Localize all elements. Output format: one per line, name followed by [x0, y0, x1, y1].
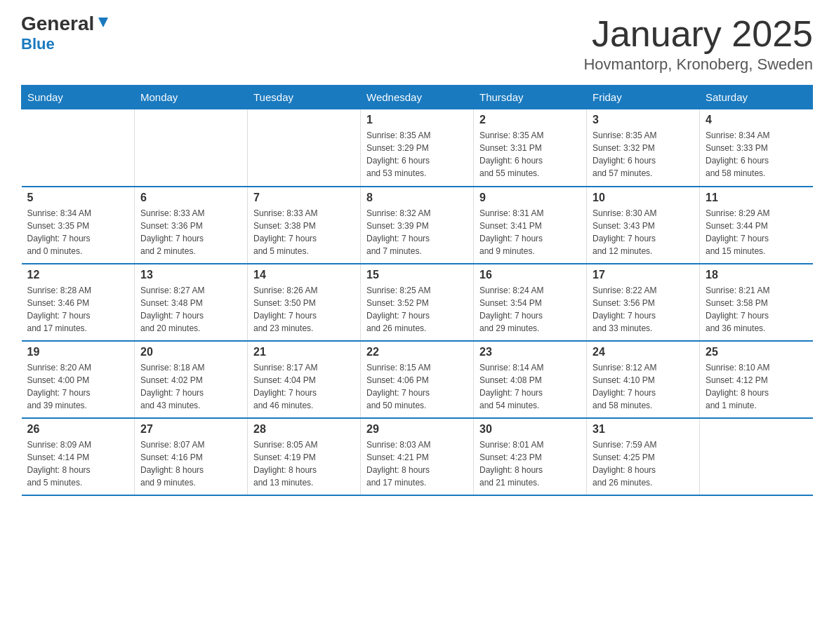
calendar-cell: 26Sunrise: 8:09 AM Sunset: 4:14 PM Dayli… — [22, 418, 135, 495]
calendar-cell: 8Sunrise: 8:32 AM Sunset: 3:39 PM Daylig… — [361, 187, 474, 264]
day-number: 23 — [479, 346, 581, 358]
day-number: 5 — [27, 192, 129, 204]
location: Hovmantorp, Kronoberg, Sweden — [583, 55, 813, 74]
day-info: Sunrise: 8:32 AM Sunset: 3:39 PM Dayligh… — [366, 207, 468, 257]
day-number: 27 — [140, 423, 241, 436]
day-number: 31 — [593, 423, 694, 436]
column-header-monday: Monday — [135, 86, 248, 109]
day-info: Sunrise: 8:15 AM Sunset: 4:06 PM Dayligh… — [366, 361, 468, 412]
calendar-cell — [22, 109, 135, 187]
day-info: Sunrise: 8:29 AM Sunset: 3:44 PM Dayligh… — [706, 207, 807, 257]
day-info: Sunrise: 8:35 AM Sunset: 3:29 PM Dayligh… — [366, 129, 468, 180]
calendar-cell: 4Sunrise: 8:34 AM Sunset: 3:33 PM Daylig… — [700, 109, 813, 187]
day-number: 29 — [366, 423, 468, 436]
day-number: 26 — [27, 423, 129, 436]
day-number: 12 — [27, 269, 129, 281]
calendar-cell: 17Sunrise: 8:22 AM Sunset: 3:56 PM Dayli… — [587, 264, 700, 341]
day-info: Sunrise: 8:25 AM Sunset: 3:52 PM Dayligh… — [366, 284, 468, 335]
logo: General Blue — [21, 14, 111, 53]
calendar-cell: 27Sunrise: 8:07 AM Sunset: 4:16 PM Dayli… — [135, 418, 248, 495]
calendar-cell — [700, 418, 813, 495]
day-info: Sunrise: 8:34 AM Sunset: 3:35 PM Dayligh… — [27, 207, 129, 257]
day-number: 17 — [593, 269, 694, 281]
day-number: 1 — [366, 114, 468, 126]
day-info: Sunrise: 8:26 AM Sunset: 3:50 PM Dayligh… — [253, 284, 355, 335]
day-info: Sunrise: 8:28 AM Sunset: 3:46 PM Dayligh… — [27, 284, 129, 335]
calendar-week-row: 19Sunrise: 8:20 AM Sunset: 4:00 PM Dayli… — [22, 341, 813, 418]
calendar-cell: 13Sunrise: 8:27 AM Sunset: 3:48 PM Dayli… — [135, 264, 248, 341]
day-number: 14 — [253, 269, 355, 281]
day-info: Sunrise: 8:27 AM Sunset: 3:48 PM Dayligh… — [140, 284, 241, 335]
calendar-cell: 31Sunrise: 7:59 AM Sunset: 4:25 PM Dayli… — [587, 418, 700, 495]
calendar-cell: 6Sunrise: 8:33 AM Sunset: 3:36 PM Daylig… — [135, 187, 248, 264]
day-number: 19 — [27, 346, 129, 358]
day-number: 25 — [706, 346, 807, 358]
logo-blue: Blue — [21, 35, 55, 53]
day-number: 3 — [593, 114, 694, 126]
day-number: 6 — [140, 192, 241, 204]
calendar-header-row: SundayMondayTuesdayWednesdayThursdayFrid… — [22, 86, 813, 109]
day-info: Sunrise: 8:35 AM Sunset: 3:32 PM Dayligh… — [593, 129, 694, 180]
day-info: Sunrise: 8:09 AM Sunset: 4:14 PM Dayligh… — [27, 438, 129, 489]
calendar-cell: 29Sunrise: 8:03 AM Sunset: 4:21 PM Dayli… — [361, 418, 474, 495]
calendar-week-row: 12Sunrise: 8:28 AM Sunset: 3:46 PM Dayli… — [22, 264, 813, 341]
calendar-cell: 20Sunrise: 8:18 AM Sunset: 4:02 PM Dayli… — [135, 341, 248, 418]
day-info: Sunrise: 8:14 AM Sunset: 4:08 PM Dayligh… — [479, 361, 581, 412]
day-number: 10 — [593, 192, 694, 204]
calendar-cell: 10Sunrise: 8:30 AM Sunset: 3:43 PM Dayli… — [587, 187, 700, 264]
calendar-cell: 14Sunrise: 8:26 AM Sunset: 3:50 PM Dayli… — [248, 264, 361, 341]
calendar-table: SundayMondayTuesdayWednesdayThursdayFrid… — [21, 85, 813, 496]
day-number: 21 — [253, 346, 355, 358]
day-number: 4 — [706, 114, 807, 126]
calendar-cell: 3Sunrise: 8:35 AM Sunset: 3:32 PM Daylig… — [587, 109, 700, 187]
logo-triangle-icon — [95, 15, 111, 30]
day-number: 22 — [366, 346, 468, 358]
day-number: 8 — [366, 192, 468, 204]
calendar-cell — [248, 109, 361, 187]
calendar-cell: 5Sunrise: 8:34 AM Sunset: 3:35 PM Daylig… — [22, 187, 135, 264]
calendar-cell: 28Sunrise: 8:05 AM Sunset: 4:19 PM Dayli… — [248, 418, 361, 495]
day-info: Sunrise: 8:21 AM Sunset: 3:58 PM Dayligh… — [706, 284, 807, 335]
calendar-cell: 11Sunrise: 8:29 AM Sunset: 3:44 PM Dayli… — [700, 187, 813, 264]
day-info: Sunrise: 8:05 AM Sunset: 4:19 PM Dayligh… — [253, 438, 355, 489]
day-number: 30 — [479, 423, 581, 436]
calendar-cell: 1Sunrise: 8:35 AM Sunset: 3:29 PM Daylig… — [361, 109, 474, 187]
day-info: Sunrise: 8:17 AM Sunset: 4:04 PM Dayligh… — [253, 361, 355, 412]
calendar-cell: 22Sunrise: 8:15 AM Sunset: 4:06 PM Dayli… — [361, 341, 474, 418]
day-number: 20 — [140, 346, 241, 358]
day-number: 24 — [593, 346, 694, 358]
title-area: January 2025 Hovmantorp, Kronoberg, Swed… — [583, 14, 813, 74]
day-number: 2 — [479, 114, 581, 126]
day-info: Sunrise: 8:24 AM Sunset: 3:54 PM Dayligh… — [479, 284, 581, 335]
calendar-week-row: 26Sunrise: 8:09 AM Sunset: 4:14 PM Dayli… — [22, 418, 813, 495]
day-number: 7 — [253, 192, 355, 204]
page-header: General Blue January 2025 Hovmantorp, Kr… — [21, 14, 813, 74]
calendar-cell: 21Sunrise: 8:17 AM Sunset: 4:04 PM Dayli… — [248, 341, 361, 418]
day-info: Sunrise: 8:20 AM Sunset: 4:00 PM Dayligh… — [27, 361, 129, 412]
calendar-cell: 30Sunrise: 8:01 AM Sunset: 4:23 PM Dayli… — [474, 418, 587, 495]
column-header-sunday: Sunday — [22, 86, 135, 109]
logo-general: General — [21, 14, 94, 34]
day-number: 15 — [366, 269, 468, 281]
day-info: Sunrise: 8:34 AM Sunset: 3:33 PM Dayligh… — [706, 129, 807, 180]
column-header-tuesday: Tuesday — [248, 86, 361, 109]
month-title: January 2025 — [583, 14, 813, 54]
day-info: Sunrise: 8:01 AM Sunset: 4:23 PM Dayligh… — [479, 438, 581, 489]
day-info: Sunrise: 8:35 AM Sunset: 3:31 PM Dayligh… — [479, 129, 581, 180]
day-info: Sunrise: 8:30 AM Sunset: 3:43 PM Dayligh… — [593, 207, 694, 257]
calendar-cell: 16Sunrise: 8:24 AM Sunset: 3:54 PM Dayli… — [474, 264, 587, 341]
calendar-cell: 25Sunrise: 8:10 AM Sunset: 4:12 PM Dayli… — [700, 341, 813, 418]
column-header-saturday: Saturday — [700, 86, 813, 109]
calendar-week-row: 5Sunrise: 8:34 AM Sunset: 3:35 PM Daylig… — [22, 187, 813, 264]
day-number: 16 — [479, 269, 581, 281]
day-info: Sunrise: 8:03 AM Sunset: 4:21 PM Dayligh… — [366, 438, 468, 489]
column-header-thursday: Thursday — [474, 86, 587, 109]
day-number: 13 — [140, 269, 241, 281]
day-info: Sunrise: 8:18 AM Sunset: 4:02 PM Dayligh… — [140, 361, 241, 412]
day-info: Sunrise: 8:33 AM Sunset: 3:38 PM Dayligh… — [253, 207, 355, 257]
day-info: Sunrise: 8:22 AM Sunset: 3:56 PM Dayligh… — [593, 284, 694, 335]
calendar-cell: 23Sunrise: 8:14 AM Sunset: 4:08 PM Dayli… — [474, 341, 587, 418]
day-number: 18 — [706, 269, 807, 281]
calendar-week-row: 1Sunrise: 8:35 AM Sunset: 3:29 PM Daylig… — [22, 109, 813, 187]
calendar-cell: 7Sunrise: 8:33 AM Sunset: 3:38 PM Daylig… — [248, 187, 361, 264]
